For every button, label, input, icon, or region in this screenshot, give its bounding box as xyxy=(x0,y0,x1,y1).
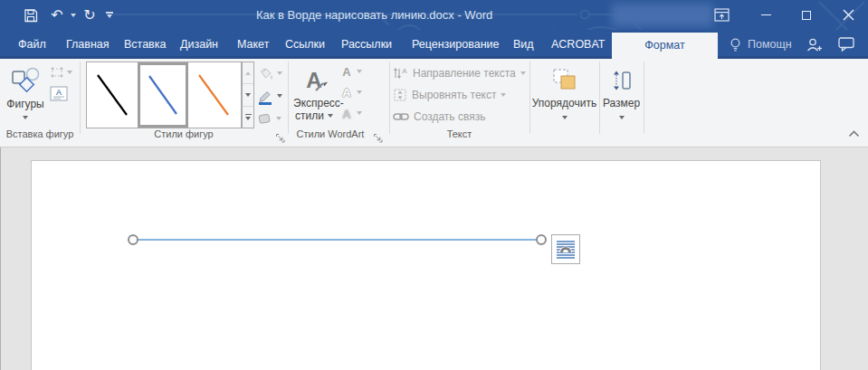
chevron-up-icon xyxy=(847,129,861,138)
chevron-down-icon xyxy=(67,71,72,74)
undo-dropdown[interactable] xyxy=(69,0,78,30)
chevron-down-icon xyxy=(357,90,362,94)
collapse-ribbon-button[interactable] xyxy=(847,126,861,142)
shape-fill-button[interactable] xyxy=(257,62,286,84)
align-text-label: Выровнять текст xyxy=(412,89,496,101)
dialog-launcher-icon xyxy=(373,133,383,143)
title-bar: ↶ ↻ Как в Ворде нарисовать линию.docx - … xyxy=(0,0,868,30)
tab-references[interactable]: Ссылки xyxy=(285,30,325,59)
svg-text:A: A xyxy=(56,88,62,97)
gallery-scrollbar xyxy=(242,62,254,128)
paint-bucket-icon xyxy=(257,66,273,81)
text-effects-icon: A xyxy=(342,108,350,119)
minimize-icon xyxy=(761,14,771,16)
text-fill-button[interactable]: A xyxy=(337,63,367,80)
redo-button[interactable]: ↻ xyxy=(78,0,101,30)
tab-design[interactable]: Дизайн xyxy=(180,30,218,59)
ribbon: Фигуры A Вставка фигур xyxy=(0,59,868,147)
chevron-down-icon xyxy=(276,117,281,120)
tab-home[interactable]: Главная xyxy=(66,30,110,59)
text-direction-label: Направление текста xyxy=(413,67,516,80)
chevron-down-icon xyxy=(71,14,76,17)
style-orange-line[interactable] xyxy=(188,62,239,128)
qat-more-bar xyxy=(106,12,113,14)
save-icon xyxy=(24,8,38,23)
chevron-up-icon xyxy=(245,71,251,75)
shape-outline-button[interactable] xyxy=(257,85,286,107)
svg-text:A: A xyxy=(402,67,407,75)
chevron-down-icon xyxy=(245,117,251,120)
lightbulb-icon xyxy=(729,37,742,52)
group-divider xyxy=(80,62,81,134)
align-text-icon xyxy=(393,88,407,102)
close-button[interactable] xyxy=(835,0,862,30)
document-page[interactable] xyxy=(31,160,821,370)
edit-shape-button[interactable] xyxy=(47,64,76,81)
text-direction-button[interactable]: A Направление текста xyxy=(393,64,526,82)
tab-file[interactable]: Файл xyxy=(18,30,46,59)
add-person-icon xyxy=(806,37,823,52)
size-icon xyxy=(610,69,634,92)
undo-button[interactable]: ↶ xyxy=(45,0,69,30)
window-title: Как в Ворде нарисовать линию.docx - Word xyxy=(256,0,492,30)
gallery-scroll-up-button[interactable] xyxy=(243,62,253,84)
arrange-button[interactable]: Упорядочить xyxy=(529,61,599,144)
tab-mailings[interactable]: Рассылки xyxy=(341,30,392,59)
text-box-button[interactable]: A xyxy=(48,84,70,102)
comment-bubble-icon xyxy=(838,37,854,52)
text-fill-icon: A xyxy=(342,66,350,78)
maximize-button[interactable] xyxy=(793,0,820,30)
tell-me-help-button[interactable]: Помощн xyxy=(729,30,792,59)
quick-styles-label-line1: Экспресс- xyxy=(293,97,335,109)
save-button[interactable] xyxy=(20,0,42,30)
shape-styles-dialog-launcher[interactable] xyxy=(275,130,285,147)
size-button[interactable]: Размер xyxy=(599,61,644,144)
group-label-wordart: Стили WordArt xyxy=(291,128,369,141)
tab-review[interactable]: Рецензирование xyxy=(412,30,500,59)
chevron-down-icon xyxy=(277,71,282,75)
share-button[interactable] xyxy=(806,30,823,59)
style-blue-line-selected[interactable] xyxy=(138,62,188,128)
help-label: Помощн xyxy=(748,38,792,51)
chevron-down-icon xyxy=(357,111,362,115)
align-text-button[interactable]: Выровнять текст xyxy=(393,86,506,104)
text-effects-button[interactable]: A xyxy=(337,105,367,121)
tab-insert[interactable]: Вставка xyxy=(124,30,166,59)
text-outline-button[interactable]: A xyxy=(337,84,367,100)
chevron-down-icon xyxy=(107,14,112,18)
comments-button[interactable] xyxy=(838,30,854,59)
shape-effects-button[interactable] xyxy=(257,108,286,129)
ribbon-display-options-button[interactable] xyxy=(708,0,735,30)
group-label-text: Текст xyxy=(389,128,529,141)
brush-icon xyxy=(313,75,331,93)
tab-layout[interactable]: Макет xyxy=(237,30,269,59)
group-label-shape-styles: Стили фигур xyxy=(107,128,261,141)
tab-view[interactable]: Вид xyxy=(513,30,534,59)
layout-options-button[interactable] xyxy=(551,234,580,264)
line-start-handle[interactable] xyxy=(129,235,138,244)
shape-effects-icon xyxy=(257,111,272,126)
gallery-more-button[interactable] xyxy=(243,107,253,128)
wordart-dialog-launcher[interactable] xyxy=(373,130,383,147)
account-area[interactable] xyxy=(612,4,713,26)
minimize-button[interactable] xyxy=(752,0,779,30)
size-label: Размер xyxy=(599,97,644,109)
group-divider xyxy=(288,62,289,134)
document-area xyxy=(0,147,868,370)
layout-options-icon xyxy=(556,239,576,260)
redo-icon: ↻ xyxy=(83,8,95,23)
style-black-line[interactable] xyxy=(87,62,138,128)
tab-format-active[interactable]: Формат xyxy=(612,33,718,59)
gallery-scroll-down-button[interactable] xyxy=(243,84,253,106)
customize-qat-button[interactable] xyxy=(101,0,118,30)
group-divider xyxy=(389,62,390,134)
undo-icon: ↶ xyxy=(51,8,62,23)
line-end-handle[interactable] xyxy=(537,235,546,244)
selected-line-shape[interactable] xyxy=(119,224,589,261)
chevron-down-icon xyxy=(619,116,625,119)
create-link-button[interactable]: Создать связь xyxy=(393,108,485,126)
ribbon-display-options-icon xyxy=(714,8,730,22)
gallery-more-bar xyxy=(245,114,252,116)
shapes-icon xyxy=(10,66,41,95)
tab-acrobat[interactable]: ACROBAT xyxy=(551,30,606,59)
